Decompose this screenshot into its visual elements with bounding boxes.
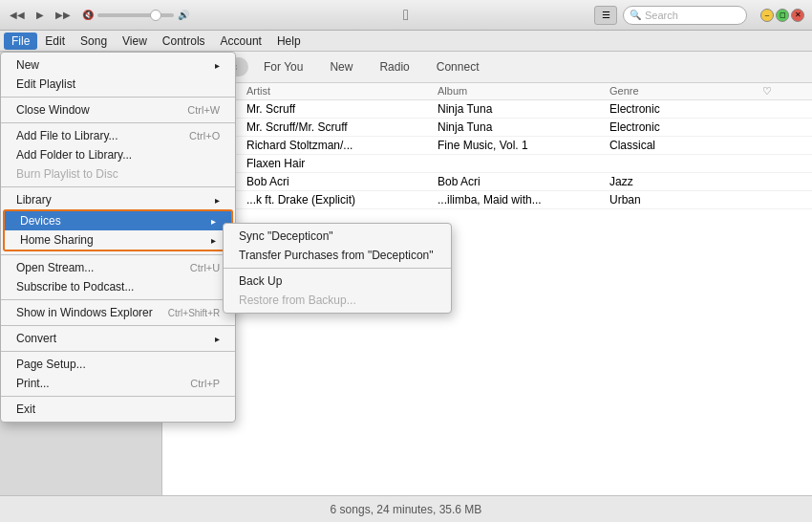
submenu-backup[interactable]: Back Up [224, 272, 451, 291]
menu-edit[interactable]: Edit [37, 33, 73, 50]
menu-page-setup[interactable]: Page Setup... [1, 355, 235, 374]
list-view-button[interactable]: ☰ [594, 6, 617, 25]
tab-connect[interactable]: Connect [425, 57, 491, 76]
submenu-restore-backup: Restore from Backup... [224, 291, 451, 310]
title-bar-center:  [403, 7, 409, 24]
table-row[interactable]: 5:48 Mr. Scruff/Mr. Scruff Ninja Tuna El… [162, 119, 812, 137]
playback-controls: ◀◀ ▶ ▶▶ 🔇 🔊 [8, 6, 195, 25]
table-row[interactable]: ...k ft. Drake (Explicit) ...ilimba, Mai… [162, 191, 812, 209]
col-genre-header: Genre [609, 85, 762, 98]
cell-genre: Classical [609, 139, 762, 152]
menu-devices[interactable]: Devices▸ [3, 209, 233, 230]
menu-burn-playlist: Burn Playlist to Disc [1, 164, 235, 184]
cell-album: Fine Music, Vol. 1 [438, 139, 609, 152]
menu-file[interactable]: File [4, 33, 37, 50]
divider [1, 325, 235, 326]
volume-slider[interactable]: 🔇 🔊 [82, 10, 189, 20]
cell-artist: ...k ft. Drake (Explicit) [246, 193, 438, 207]
status-bar: 6 songs, 24 minutes, 35.6 MB [0, 495, 812, 522]
table-row[interactable]: 3:21 Bob Acri Bob Acri Jazz [162, 173, 812, 191]
close-button[interactable]: ✕ [791, 9, 804, 22]
back-button[interactable]: ◀◀ [8, 6, 27, 25]
cell-artist: Bob Acri [246, 175, 438, 188]
cell-album: Ninja Tuna [438, 102, 609, 116]
cell-artist: Richard Stoltzman/... [246, 139, 438, 152]
menu-close-window[interactable]: Close WindowCtrl+W [1, 100, 235, 120]
cell-artist: Mr. Scruff [246, 102, 438, 116]
menu-library[interactable]: Library▸ [1, 190, 235, 209]
table-row[interactable]: Flaxen Hair [162, 155, 812, 173]
divider [1, 396, 235, 397]
menu-open-stream[interactable]: Open Stream...Ctrl+U [1, 258, 235, 277]
menu-subscribe-podcast[interactable]: Subscribe to Podcast... [1, 277, 235, 296]
cell-genre: Jazz [609, 175, 762, 188]
tab-radio[interactable]: Radio [368, 57, 420, 76]
menu-view[interactable]: View [115, 33, 155, 50]
menu-show-explorer[interactable]: Show in Windows ExplorerCtrl+Shift+R [1, 303, 235, 322]
cell-genre: Electronic [609, 120, 762, 134]
devices-submenu: Sync "Decepticon" Transfer Purchases fro… [223, 223, 452, 314]
tab-new[interactable]: New [318, 57, 364, 76]
menu-help[interactable]: Help [269, 33, 309, 50]
menu-new[interactable]: New▸ [1, 55, 235, 75]
table-header: ▲ Time Artist Album Genre ♡ Plays [162, 83, 812, 100]
divider [1, 122, 235, 123]
divider [224, 268, 451, 269]
cell-genre: Urban [609, 193, 762, 207]
tab-for-you[interactable]: For You [252, 57, 314, 76]
menu-bar: File Edit Song View Controls Account Hel… [0, 31, 812, 52]
menu-controls[interactable]: Controls [155, 33, 213, 50]
table-row[interactable]: 2:50 Richard Stoltzman/... Fine Music, V… [162, 137, 812, 155]
search-placeholder: Search [645, 10, 678, 21]
menu-account[interactable]: Account [213, 33, 269, 50]
submenu-sync[interactable]: Sync "Decepticon" [224, 227, 451, 246]
search-icon: 🔍 [630, 10, 641, 20]
submenu-transfer-purchases[interactable]: Transfer Purchases from "Decepticon" [224, 246, 451, 265]
menu-song[interactable]: Song [73, 33, 115, 50]
cell-album: ...ilimba, Maid with... [438, 193, 609, 207]
cell-artist: Mr. Scruff/Mr. Scruff [246, 120, 438, 134]
menu-home-sharing[interactable]: Home Sharing▸ [3, 230, 233, 251]
cell-album: Bob Acri [438, 175, 609, 188]
cell-genre: Electronic [609, 102, 762, 116]
nav-tabs: My Music For You New Radio Connect [162, 52, 812, 83]
table-row[interactable]: 5:48 Mr. Scruff Ninja Tuna Electronic [162, 100, 812, 119]
file-dropdown-menu: New▸ Edit Playlist Close WindowCtrl+W Ad… [0, 52, 236, 423]
cell-album: Ninja Tuna [438, 120, 609, 134]
divider [1, 186, 235, 187]
apple-logo-icon:  [403, 7, 409, 24]
divider [1, 254, 235, 255]
title-bar-right: ☰ 🔍 Search – ◻ ✕ [594, 6, 804, 25]
menu-print[interactable]: Print...Ctrl+P [1, 374, 235, 393]
menu-exit[interactable]: Exit [1, 400, 235, 419]
col-artist-header: Artist [246, 85, 438, 98]
menu-convert[interactable]: Convert▸ [1, 329, 235, 348]
play-button[interactable]: ▶ [31, 6, 50, 25]
menu-add-folder[interactable]: Add Folder to Library... [1, 145, 235, 164]
forward-button[interactable]: ▶▶ [53, 6, 73, 25]
search-box[interactable]: 🔍 Search [623, 6, 747, 25]
cell-artist: Flaxen Hair [246, 157, 438, 170]
status-text: 6 songs, 24 minutes, 35.6 MB [331, 503, 482, 516]
col-album-header: Album [438, 85, 609, 98]
window-controls: – ◻ ✕ [760, 9, 804, 22]
menu-edit-playlist[interactable]: Edit Playlist [1, 75, 235, 94]
col-heart-header: ♡ [762, 85, 812, 98]
file-menu-dropdown: New▸ Edit Playlist Close WindowCtrl+W Ad… [0, 52, 236, 423]
divider [1, 351, 235, 352]
minimize-button[interactable]: – [760, 9, 774, 22]
menu-add-file[interactable]: Add File to Library...Ctrl+O [1, 126, 235, 145]
divider [1, 299, 235, 300]
devices-submenu-container: Sync "Decepticon" Transfer Purchases fro… [223, 223, 452, 314]
maximize-button[interactable]: ◻ [776, 9, 789, 22]
divider [1, 97, 235, 98]
devices-section: Devices▸ Home Sharing▸ [1, 209, 235, 251]
title-bar: ◀◀ ▶ ▶▶ 🔇 🔊  ☰ 🔍 Search – ◻ ✕ [0, 0, 812, 31]
